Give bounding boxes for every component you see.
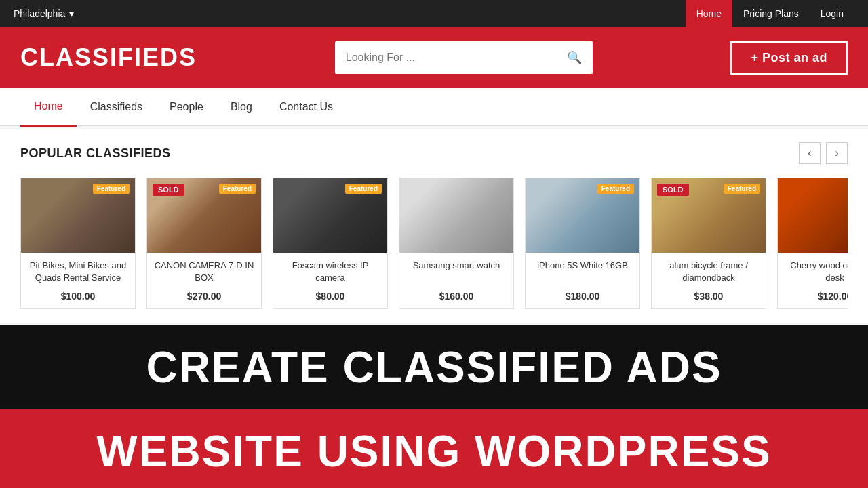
card-image-wrapper <box>399 178 513 253</box>
banner-create-ads: CREATE CLASSIFIED ADS <box>0 325 868 409</box>
nav-people[interactable]: People <box>156 88 217 126</box>
featured-badge: Featured <box>724 184 760 194</box>
card-body: Foscam wireless IP camera $80.00 <box>273 253 387 308</box>
nav-contact[interactable]: Contact Us <box>266 88 347 126</box>
card-price: $38.00 <box>658 291 759 302</box>
card-body: alum bicycle frame / diamondback $38.00 <box>652 253 766 308</box>
card-price: $120.00 <box>785 291 848 302</box>
location-selector[interactable]: Philadelphia ▾ <box>14 8 74 19</box>
sold-badge: SOLD <box>153 184 184 196</box>
card-item[interactable]: Featured iPhone 5S White 16GB $180.00 <box>525 178 640 309</box>
card-image-wrapper: SOLD Featured <box>147 178 261 253</box>
card-title: Pit Bikes, Mini Bikes and Quads Rental S… <box>28 260 128 287</box>
top-nav-login[interactable]: Login <box>810 0 854 27</box>
main-nav: Home Classifieds People Blog Contact Us <box>0 88 868 126</box>
card-body: Pit Bikes, Mini Bikes and Quads Rental S… <box>21 253 135 308</box>
top-nav-home[interactable]: Home <box>686 0 732 27</box>
card-item[interactable]: Featured Cherry wood computer desk $120.… <box>777 178 848 309</box>
post-ad-button[interactable]: + Post an ad <box>730 41 848 75</box>
card-title: CANON CAMERA 7-D IN BOX <box>154 260 254 287</box>
card-title: Cherry wood computer desk <box>785 260 848 287</box>
card-title: iPhone 5S White 16GB <box>532 260 633 287</box>
card-image <box>399 178 513 253</box>
card-image-wrapper: Featured <box>778 178 848 253</box>
card-body: Cherry wood computer desk $120.00 <box>778 253 848 308</box>
card-price: $160.00 <box>406 291 507 302</box>
card-body: iPhone 5S White 16GB $180.00 <box>526 253 639 308</box>
popular-classifieds-section: POPULAR CLASSIFIEDS ‹ › Featured Pit Bik… <box>0 129 868 323</box>
sold-badge: SOLD <box>657 184 689 196</box>
card-title: alum bicycle frame / diamondback <box>658 260 759 287</box>
card-image-wrapper: Featured <box>21 178 135 253</box>
card-image-wrapper: Featured <box>273 178 387 253</box>
card-image-wrapper: Featured <box>526 178 639 253</box>
card-body: CANON CAMERA 7-D IN BOX $270.00 <box>147 253 261 308</box>
card-title: Foscam wireless IP camera <box>280 260 380 287</box>
section-title: POPULAR CLASSIFIEDS <box>20 146 171 161</box>
card-body: Samsung smart watch $160.00 <box>399 253 513 308</box>
top-nav: Home Pricing Plans Login <box>686 0 854 27</box>
nav-blog[interactable]: Blog <box>217 88 266 126</box>
card-price: $100.00 <box>28 291 128 302</box>
banner-2-text: WEBSITE USING WORDPRESS <box>14 430 854 473</box>
card-price: $80.00 <box>280 291 380 302</box>
card-image-wrapper: SOLD Featured <box>652 178 766 253</box>
card-item[interactable]: Samsung smart watch $160.00 <box>399 178 514 309</box>
site-logo: CLASSIFIEDS <box>20 43 197 72</box>
card-item[interactable]: Featured Foscam wireless IP camera $80.0… <box>273 178 388 309</box>
section-header: POPULAR CLASSIFIEDS ‹ › <box>20 142 848 164</box>
featured-badge: Featured <box>93 184 130 194</box>
search-input[interactable] <box>335 52 556 64</box>
nav-classifieds[interactable]: Classifieds <box>77 88 156 126</box>
search-button[interactable]: 🔍 <box>556 41 593 74</box>
nav-home[interactable]: Home <box>20 87 77 127</box>
card-title: Samsung smart watch <box>406 260 507 287</box>
search-bar: 🔍 <box>335 41 593 74</box>
top-nav-pricing[interactable]: Pricing Plans <box>732 0 810 27</box>
header: CLASSIFIEDS 🔍 + Post an ad <box>0 27 868 88</box>
carousel-next-button[interactable]: › <box>826 142 848 164</box>
card-price: $270.00 <box>154 291 254 302</box>
cards-grid: Featured Pit Bikes, Mini Bikes and Quads… <box>20 178 848 309</box>
featured-badge: Featured <box>345 184 382 194</box>
card-image <box>778 178 848 253</box>
card-item[interactable]: Featured Pit Bikes, Mini Bikes and Quads… <box>20 178 136 309</box>
location-label: Philadelphia <box>14 8 65 19</box>
featured-badge: Featured <box>219 184 256 194</box>
featured-badge: Featured <box>597 184 634 194</box>
chevron-down-icon: ▾ <box>69 8 74 19</box>
banner-1-text: CREATE CLASSIFIED ADS <box>14 346 854 389</box>
card-price: $180.00 <box>532 291 633 302</box>
carousel-nav: ‹ › <box>799 142 848 164</box>
banner-wordpress: WEBSITE USING WORDPRESS <box>0 409 868 488</box>
top-bar: Philadelphia ▾ Home Pricing Plans Login <box>0 0 868 27</box>
carousel-prev-button[interactable]: ‹ <box>799 142 821 164</box>
card-item[interactable]: SOLD Featured alum bicycle frame / diamo… <box>651 178 766 309</box>
card-item[interactable]: SOLD Featured CANON CAMERA 7-D IN BOX $2… <box>146 178 262 309</box>
